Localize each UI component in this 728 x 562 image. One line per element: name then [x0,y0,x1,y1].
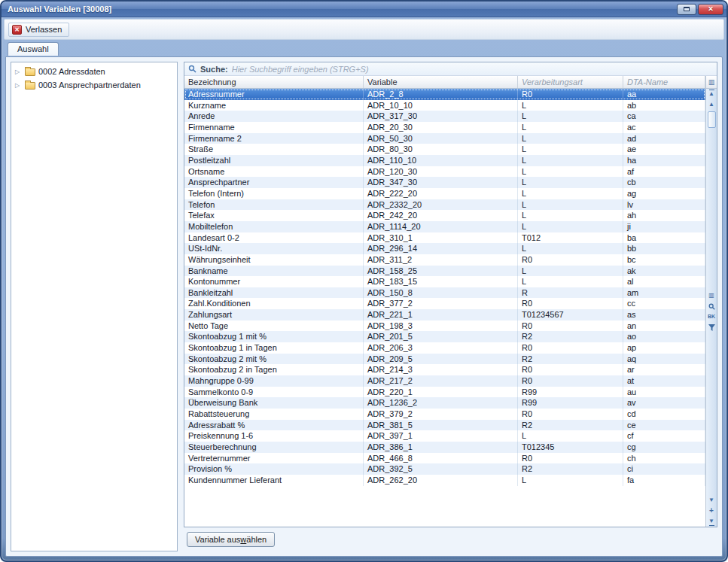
cell: L [518,221,623,232]
column-header[interactable]: Variable [364,76,518,88]
tree-item-label: 0003 Ansprechpartnerdaten [38,81,141,90]
cell: Telefon [184,199,364,211]
close-icon: ✕ [708,5,714,13]
expand-icon[interactable]: ▷ [15,82,22,89]
table-row[interactable]: Provision %ADR_392_5R2ci [184,463,705,475]
cell: Mahngruppe 0-99 [184,375,364,387]
restore-button[interactable] [677,4,696,15]
table-row[interactable]: VertreternummerADR_466_8R0ch [184,453,705,464]
cell: ca [623,111,705,122]
column-chooser-button[interactable]: ▥ [706,76,717,89]
cell: as [623,309,705,320]
customize-columns-button[interactable]: ▥ [707,291,717,300]
table-row[interactable]: AnredeADR_317_30Lca [184,111,705,122]
filter-button[interactable] [707,323,717,332]
cell: ah [623,210,705,221]
cell: fa [623,475,705,486]
column-header[interactable]: DTA-Name [623,76,705,88]
table-row[interactable]: PostleitzahlADR_110_10Lha [184,155,705,166]
cell: Firmenname 2 [184,133,364,144]
table-row[interactable]: Überweisung BankADR_1236_2R99av [184,397,705,409]
tree-item[interactable]: ▷0002 Adressdaten [11,65,177,78]
cell: cg [623,442,705,453]
plus-icon: + [709,508,714,514]
table-row[interactable]: FirmennameADR_20_30Lac [184,122,705,133]
variable-auswaehlen-button[interactable]: Variable auswählen [187,532,275,547]
table-row[interactable]: Zahl.KonditionenADR_377_2R0cc [184,298,705,309]
folder-icon [25,82,35,90]
table-row[interactable]: OrtsnameADR_120_30Laf [184,166,705,178]
table-row[interactable]: MobiltelefonADR_1114_20Lji [184,221,705,232]
cell: L [518,166,623,178]
close-button[interactable]: ✕ [698,4,723,15]
select-button-label: Variable auswählen [195,535,267,544]
cell: Anrede [184,111,364,122]
table-row[interactable]: Sammelkonto 0-9ADR_220_1R99au [184,387,705,398]
cell: Mobiltelefon [184,221,364,232]
table-row[interactable]: Skontoabzug 2 mit %ADR_209_5R2aq [184,354,705,365]
cell: Adressnummer [184,89,364,100]
scroll-to-top-button[interactable]: ▲ [707,90,717,99]
verlassen-button[interactable]: ✕ Verlassen [8,23,69,37]
table-row[interactable]: Preiskennung 1-6ADR_397_1Lcf [184,430,705,442]
cell: Provision % [184,463,364,475]
folder-icon [25,68,35,76]
cell: ch [623,453,705,464]
table-row[interactable]: Landesart 0-2ADR_310_1T012ba [184,232,705,244]
table-row[interactable]: AnsprechpartnerADR_347_30Lcb [184,177,705,188]
scroll-to-bottom-button[interactable]: ▼ [707,517,717,526]
cell: ADR_120_30 [364,166,518,178]
table-row[interactable]: BanknameADR_158_25Lak [184,266,705,277]
table-row[interactable]: Skontoabzug 2 in TagenADR_214_3R0ar [184,364,705,375]
grid-scrollbar[interactable]: ▥ ▲ ▲ ▥ [705,76,717,527]
tab-auswahl[interactable]: Auswahl [8,42,59,56]
find-button[interactable] [707,302,717,311]
table-row[interactable]: Skontoabzug 1 in TagenADR_206_3R0ap [184,342,705,354]
table-row[interactable]: Kundennummer LieferantADR_262_20Lfa [184,475,705,486]
table-row[interactable]: RabattsteuerungADR_379_2R0cd [184,409,705,420]
table-row[interactable]: WährungseinheitADR_311_2R0bc [184,254,705,266]
grid-box: Suche: BezeichnungVariableVerarbeitungsa… [184,62,717,527]
table-row[interactable]: StraßeADR_80_30Lae [184,144,705,155]
cell: ADR_201_5 [364,331,518,342]
scrollbar-thumb[interactable] [708,111,716,128]
search-input[interactable] [232,65,717,74]
magnifier-icon [708,303,715,310]
table-row[interactable]: USt-IdNr.ADR_296_14Lbb [184,243,705,254]
column-header[interactable]: Verarbeitungsart [518,76,623,88]
scroll-up-icon: ▲ [708,102,714,108]
add-button[interactable]: + [707,506,717,515]
cell: ADR_206_3 [364,342,518,354]
cell: ADR_262_20 [364,475,518,486]
table-row[interactable]: KurznameADR_10_10Lab [184,100,705,111]
cell: ADR_392_5 [364,463,518,475]
column-header[interactable]: Bezeichnung [184,76,364,88]
tree-item[interactable]: ▷0003 Ansprechpartnerdaten [11,78,177,92]
table-row[interactable]: Netto TageADR_198_3R0an [184,320,705,332]
table-row[interactable]: BankleitzahlADR_150_8Ram [184,287,705,299]
table-row[interactable]: ZahlungsartADR_221_1T01234567as [184,309,705,320]
expand-icon[interactable]: ▷ [15,68,22,75]
table-row[interactable]: Mahngruppe 0-99ADR_217_2R0at [184,375,705,387]
table-row[interactable]: Skontoabzug 1 mit %ADR_201_5R2ao [184,331,705,342]
cell: bb [623,243,705,254]
scroll-down-button[interactable]: ▼ [707,496,717,505]
cell: ADR_1236_2 [364,397,518,409]
table-row[interactable]: TelefaxADR_242_20Lah [184,210,705,221]
table-row[interactable]: Adressrabatt %ADR_381_5R2ce [184,420,705,431]
scroll-up-button[interactable]: ▲ [707,100,717,109]
cell: R0 [518,342,623,354]
cell: Zahlungsart [184,309,364,320]
table-row[interactable]: Telefon (Intern)ADR_222_20Lag [184,188,705,199]
cell: ADR_217_2 [364,375,518,387]
bookmark-button[interactable]: BK [707,312,717,321]
table-row[interactable]: KontonummerADR_183_15Lal [184,276,705,287]
table-row[interactable]: AdressnummerADR_2_8R0aa [184,89,705,100]
dialog-window: Auswahl Variablen [30008] ✕ ✕ Verlassen … [0,0,728,562]
cell: Rabattsteuerung [184,409,364,420]
table-row[interactable]: SteuerberechnungADR_386_1T012345cg [184,442,705,453]
cell: Steuerberechnung [184,442,364,453]
window-titlebar[interactable]: Auswahl Variablen [30008] ✕ [2,2,726,17]
table-row[interactable]: TelefonADR_2332_20Llv [184,199,705,211]
table-row[interactable]: Firmenname 2ADR_50_30Lad [184,133,705,144]
